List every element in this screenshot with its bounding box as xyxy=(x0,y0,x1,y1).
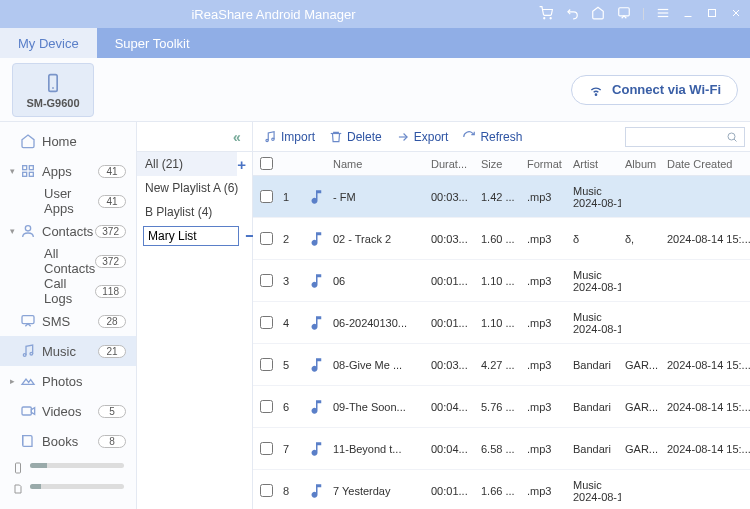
svg-point-17 xyxy=(25,226,30,231)
sidebar-item-home[interactable]: Home xyxy=(0,126,136,156)
playlist-all[interactable]: All (21) xyxy=(137,152,237,176)
sidebar-item-sms[interactable]: SMS28 xyxy=(0,306,136,336)
cell-name: 7 Yesterday xyxy=(329,485,427,497)
row-index: 7 xyxy=(279,443,303,455)
caret-icon: ▾ xyxy=(6,166,18,176)
connect-wifi-button[interactable]: Connect via Wi-Fi xyxy=(571,75,738,105)
col-duration[interactable]: Durat... xyxy=(427,158,477,170)
sidebar-item-music[interactable]: Music21 xyxy=(0,336,136,366)
sidebar-item-books[interactable]: Books8 xyxy=(0,426,136,449)
refresh-button[interactable]: Refresh xyxy=(462,130,522,144)
nav-label: Contacts xyxy=(42,224,95,239)
caret-icon: ▾ xyxy=(6,226,18,236)
collapse-playlists-button[interactable]: « xyxy=(230,130,244,144)
svg-rect-22 xyxy=(16,463,21,473)
device-row: SM-G9600 Connect via Wi-Fi xyxy=(0,58,750,122)
cell-duration: 00:03... xyxy=(427,191,477,203)
row-checkbox[interactable] xyxy=(260,358,273,371)
col-size[interactable]: Size xyxy=(477,158,523,170)
playlist-item[interactable]: New Playlist A (6) xyxy=(137,176,252,200)
col-artist[interactable]: Artist xyxy=(569,158,621,170)
row-checkbox[interactable] xyxy=(260,484,273,497)
cell-format: .mp3 xyxy=(523,443,569,455)
cell-album: GAR... xyxy=(621,443,663,455)
new-playlist-input[interactable] xyxy=(143,226,239,246)
table-row[interactable]: 1 - FM00:03...1.42 ....mp3Music2024-08-1… xyxy=(253,176,750,218)
col-name[interactable]: Name xyxy=(329,158,427,170)
cell-date: 2024-08-14 15:... xyxy=(573,281,617,293)
table-row[interactable]: 30600:01...1.10 ....mp3Music2024-08-14 1… xyxy=(253,260,750,302)
back-icon[interactable] xyxy=(565,6,579,23)
nav-label: SMS xyxy=(42,314,98,329)
device-name: SM-G9600 xyxy=(26,97,79,109)
add-playlist-button[interactable]: + xyxy=(237,156,252,173)
cell-size: 1.10 ... xyxy=(477,275,523,287)
cell-size: 1.66 ... xyxy=(477,485,523,497)
svg-point-1 xyxy=(550,17,551,18)
cell-format: .mp3 xyxy=(523,401,569,413)
nav-label: Music xyxy=(42,344,98,359)
table-row[interactable]: 202 - Track 200:03...1.60 ....mp3δδ,2024… xyxy=(253,218,750,260)
export-button[interactable]: Export xyxy=(396,130,449,144)
row-checkbox[interactable] xyxy=(260,316,273,329)
nav-label: Call Logs xyxy=(44,276,95,306)
search-input[interactable] xyxy=(630,131,726,143)
device-card[interactable]: SM-G9600 xyxy=(12,63,94,117)
cell-date: 2024-08-14 15:... xyxy=(663,443,750,455)
cell-name: 06 xyxy=(329,275,427,287)
cell-artist: Music2024-08-14 15:... xyxy=(569,479,621,503)
svg-line-26 xyxy=(734,139,737,142)
menu-icon[interactable] xyxy=(656,6,670,23)
svg-rect-10 xyxy=(49,74,57,91)
close-icon[interactable] xyxy=(730,7,742,22)
table-row[interactable]: 609-The Soon...00:04...5.76 ....mp3Banda… xyxy=(253,386,750,428)
delete-button[interactable]: Delete xyxy=(329,130,382,144)
tab-my-device[interactable]: My Device xyxy=(0,28,97,58)
svg-point-24 xyxy=(272,138,274,140)
cell-date: 2024-08-14 15:... xyxy=(663,233,750,245)
sidebar-item-user-apps[interactable]: User Apps41 xyxy=(0,186,136,216)
cell-artist: Bandari xyxy=(569,359,621,371)
tab-super-toolkit[interactable]: Super Toolkit xyxy=(97,28,208,58)
row-checkbox[interactable] xyxy=(260,232,273,245)
feedback-icon[interactable] xyxy=(617,6,631,23)
sidebar-item-photos[interactable]: ▸Photos xyxy=(0,366,136,396)
sidebar-item-call-logs[interactable]: Call Logs118 xyxy=(0,276,136,306)
row-index: 8 xyxy=(279,485,303,497)
cell-size: 1.42 ... xyxy=(477,191,523,203)
import-button[interactable]: Import xyxy=(263,130,315,144)
nav-icon xyxy=(18,223,38,239)
col-format[interactable]: Format xyxy=(523,158,569,170)
music-icon xyxy=(307,314,325,332)
cell-date: 2024-08-14 15:... xyxy=(573,197,617,209)
wifi-icon xyxy=(588,82,604,98)
row-checkbox[interactable] xyxy=(260,190,273,203)
col-album[interactable]: Album xyxy=(621,158,663,170)
row-checkbox[interactable] xyxy=(260,274,273,287)
table-row[interactable]: 406-20240130...00:01...1.10 ....mp3Music… xyxy=(253,302,750,344)
home-icon[interactable] xyxy=(591,6,605,23)
table-row[interactable]: 711-Beyond t...00:04...6.58 ....mp3Banda… xyxy=(253,428,750,470)
sidebar-item-apps[interactable]: ▾Apps41 xyxy=(0,156,136,186)
cell-duration: 00:01... xyxy=(427,275,477,287)
music-icon xyxy=(307,440,325,458)
playlist-item[interactable]: B Playlist (4) xyxy=(137,200,252,224)
maximize-icon[interactable] xyxy=(706,7,718,22)
cart-icon[interactable] xyxy=(539,6,553,23)
table-row[interactable]: 508-Give Me ...00:03...4.27 ....mp3Banda… xyxy=(253,344,750,386)
row-checkbox[interactable] xyxy=(260,442,273,455)
cell-name: 02 - Track 2 xyxy=(329,233,427,245)
cell-name: - FM xyxy=(329,191,427,203)
sidebar-item-videos[interactable]: Videos5 xyxy=(0,396,136,426)
minimize-icon[interactable] xyxy=(682,7,694,22)
search-box[interactable] xyxy=(625,127,745,147)
sidebar-item-all-contacts[interactable]: All Contacts372 xyxy=(0,246,136,276)
caret-icon: ▸ xyxy=(6,376,18,386)
nav-label: Apps xyxy=(42,164,98,179)
row-checkbox[interactable] xyxy=(260,400,273,413)
table-row[interactable]: 87 Yesterday00:01...1.66 ....mp3Music202… xyxy=(253,470,750,509)
select-all-checkbox[interactable] xyxy=(260,157,273,170)
sidebar-item-contacts[interactable]: ▾Contacts372 xyxy=(0,216,136,246)
col-date[interactable]: Date Created xyxy=(663,158,750,170)
cell-size: 6.58 ... xyxy=(477,443,523,455)
